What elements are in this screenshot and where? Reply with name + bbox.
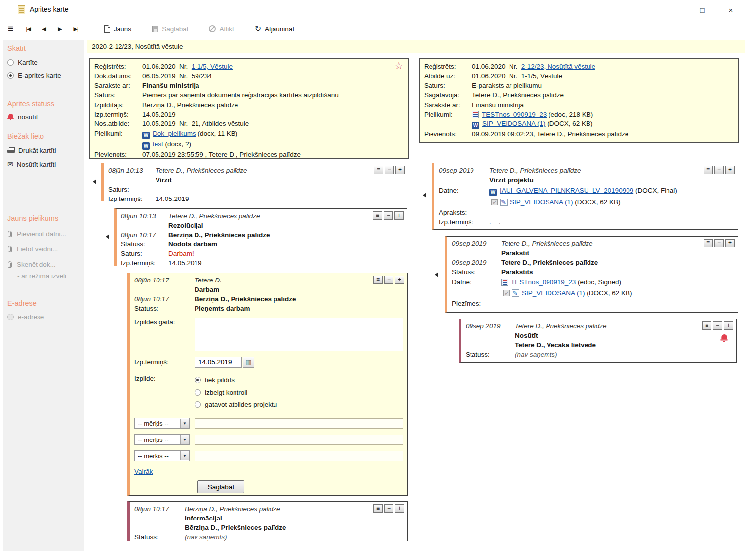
- card-expand-button[interactable]: +: [725, 239, 735, 247]
- nav-first-button[interactable]: |◀: [20, 26, 36, 32]
- nav-next-button[interactable]: ▶: [52, 26, 68, 32]
- radio-option-tiek-pildits[interactable]: tiek pildīts: [195, 374, 277, 386]
- attachment-link[interactable]: IAUI_GALVENA_PILNKRASU_LV_20190909: [500, 187, 633, 194]
- radio-izbeigt-kontroli[interactable]: [195, 389, 201, 396]
- card-menu-button[interactable]: ≡: [704, 239, 713, 247]
- task-card-rezolucijai: ≡ − + 08jūn 10:13Tetere D., Priekšnieces…: [114, 208, 407, 266]
- card-menu-button[interactable]: ≡: [373, 276, 383, 284]
- field-label: Apraksts:: [439, 208, 489, 217]
- titlebar: Aprites karte — □ ×: [0, 0, 745, 20]
- sidebar-item-nosutit-kartiti[interactable]: ✉ Nosūtīt kartīti: [7, 160, 84, 168]
- card-expand-button[interactable]: +: [724, 321, 733, 330]
- breadcrumb-text: 2020-2-12/23, Nosūtītā vēstule: [92, 43, 183, 50]
- attachment-link[interactable]: TESTnos_090919_23: [511, 279, 576, 286]
- ar-rezima-izveli-label: - ar režīma izvēli: [17, 272, 66, 280]
- radio-gatavot-atbildes-projektu[interactable]: [195, 401, 201, 408]
- sidebar-option-e-aprites-karte[interactable]: E-aprites karte: [7, 72, 84, 79]
- due-date-input[interactable]: [195, 357, 242, 368]
- merkis-dropdown[interactable]: -- mērķis --▼: [134, 450, 190, 461]
- card-expand-button[interactable]: +: [395, 276, 404, 284]
- field-label: Izpilde:: [134, 374, 195, 411]
- progress-textarea[interactable]: [195, 318, 403, 351]
- hamburger-menu-icon[interactable]: ≡: [8, 23, 13, 34]
- field-value: 14.05.2019: [156, 194, 189, 203]
- card-expand-button[interactable]: +: [395, 166, 405, 174]
- radio-label: gatavot atbildes projektu: [205, 400, 277, 409]
- field-label: Izp.termiņš:: [439, 217, 489, 227]
- merkis-text-input[interactable]: [195, 451, 403, 461]
- field-value: . .: [489, 217, 501, 227]
- hierarchy-triangle-icon: [106, 234, 109, 239]
- merkis-dropdown-value: -- mērķis --: [138, 419, 169, 428]
- card-menu-button[interactable]: ≡: [704, 166, 713, 174]
- card-collapse-button[interactable]: −: [713, 321, 722, 330]
- card-action: Virzīt: [156, 175, 172, 185]
- card-expand-button[interactable]: +: [394, 211, 404, 220]
- attachment-meta: (DOCX, 62 KB): [546, 120, 593, 127]
- card-menu-button[interactable]: ≡: [702, 321, 711, 330]
- card-menu-button[interactable]: ≡: [373, 211, 382, 220]
- maximize-button[interactable]: □: [688, 0, 716, 20]
- radio-option-gatavot-atbildes-projektu[interactable]: gatavot atbildes projektu: [195, 399, 277, 411]
- attachment-link[interactable]: SIP_VEIDOSANA (1): [510, 199, 573, 206]
- registered-number-link[interactable]: 1-1/5, Vēstule: [192, 63, 233, 70]
- card-controls: ≡ − +: [704, 166, 735, 174]
- attachment-link[interactable]: SIP_VEIDOSANA (1): [482, 120, 546, 127]
- card-collapse-button[interactable]: −: [384, 504, 393, 513]
- vairak-link[interactable]: Vairāk: [134, 467, 153, 476]
- close-button[interactable]: ×: [716, 0, 745, 20]
- card-time: 09sep 2019: [452, 239, 501, 248]
- card-expand-button[interactable]: +: [725, 166, 735, 174]
- checked-checkbox[interactable]: [491, 199, 498, 205]
- attachment-link[interactable]: SIP_VEIDOSANA (1): [522, 289, 585, 297]
- card-collapse-button[interactable]: −: [714, 166, 724, 174]
- nav-prev-button[interactable]: ◀: [36, 26, 52, 32]
- attachment-link[interactable]: TESTnos_090919_23: [482, 111, 547, 118]
- merkis-text-input[interactable]: [195, 418, 403, 429]
- new-button[interactable]: Jauns: [104, 25, 131, 33]
- field-label: Izp.termiņš:: [121, 258, 168, 268]
- card-menu-button[interactable]: ≡: [374, 166, 383, 174]
- calendar-button[interactable]: ▦: [243, 357, 254, 368]
- merkis-dropdown[interactable]: -- mērķis --▼: [134, 434, 190, 445]
- card-collapse-button[interactable]: −: [385, 166, 394, 174]
- field-label: Atbilde uz:: [424, 71, 472, 80]
- sidebar-option-kartite[interactable]: Kartīte: [7, 59, 84, 66]
- refresh-button[interactable]: ↻ Atjaunināt: [255, 25, 294, 33]
- field-value: 01.06.2020 Nr. 1-1/5, Vēstule: [472, 71, 562, 80]
- attachment-meta: (DOCX, 62 KB): [585, 289, 632, 297]
- status-value: (nav saņemts): [515, 350, 557, 359]
- radio-kartite[interactable]: [7, 59, 14, 66]
- sidebar: Skatīt Kartīte E-aprites karte Aprites s…: [3, 40, 84, 551]
- nav-last-button[interactable]: ▶|: [68, 26, 83, 32]
- merkis-text-input[interactable]: [195, 435, 403, 445]
- sidebar-item-drukat-kartiti[interactable]: Drukāt kartīti: [7, 147, 84, 154]
- favorite-star-icon[interactable]: ☆: [394, 61, 403, 71]
- radio-tiek-pildits[interactable]: [195, 377, 201, 383]
- card-collapse-button[interactable]: −: [384, 276, 393, 284]
- card-time: 08jūn 10:17: [134, 276, 195, 285]
- card-collapse-button[interactable]: −: [714, 239, 724, 247]
- card-collapse-button[interactable]: −: [384, 211, 393, 220]
- field-label: Piezīmes:: [452, 299, 501, 308]
- field-label: Sagatavoja:: [424, 90, 472, 100]
- registered-number-link[interactable]: 2-12/23, Nosūtītā vēstule: [521, 63, 595, 70]
- card-expand-button[interactable]: +: [395, 504, 404, 513]
- card-menu-button[interactable]: ≡: [373, 504, 383, 513]
- window-title: Aprites karte: [30, 5, 69, 13]
- attachment-link[interactable]: Dok_pielikums: [153, 130, 196, 137]
- form-save-button[interactable]: Saglabāt: [197, 480, 244, 493]
- radio-option-izbeigt-kontroli[interactable]: izbeigt kontroli: [195, 386, 277, 399]
- field-value: E-paraksts ar pielikumu: [472, 81, 542, 90]
- chevron-down-icon: ▼: [180, 435, 189, 444]
- bell-icon: [720, 334, 728, 342]
- checked-checkbox[interactable]: [503, 290, 510, 296]
- minimize-button[interactable]: —: [659, 0, 688, 20]
- attachment-link[interactable]: test: [153, 140, 163, 148]
- merkis-dropdown[interactable]: -- mērķis --▼: [134, 418, 190, 429]
- field-value: 01.06.2020 Nr. 1-1/5, Vēstule: [142, 62, 233, 71]
- radio-e-aprites-karte[interactable]: [7, 72, 14, 79]
- chevron-down-icon: ▼: [180, 419, 189, 428]
- outgoing-document-panel: Reģistrēts: 01.06.2020 Nr. 2-12/23, Nosū…: [419, 58, 739, 143]
- attachment-meta: (edoc, 218 KB): [547, 111, 593, 118]
